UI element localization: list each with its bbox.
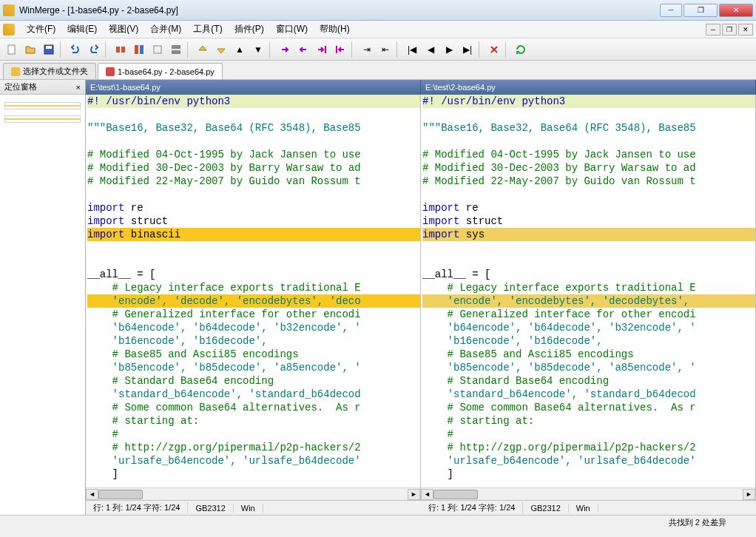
menu-item[interactable]: 帮助(H) [314,21,356,38]
code-line: # Standard Base64 encoding [422,374,755,388]
code-line: 'b64encode', 'b64decode', 'b32encode', ' [87,321,420,334]
svg-rect-11 [336,46,337,53]
tool-a[interactable] [112,41,129,58]
last-diff[interactable]: ▶| [459,41,476,58]
code-line: __all__ = [ [422,268,755,281]
location-bar-left[interactable] [4,102,81,109]
menu-item[interactable]: 窗口(W) [270,21,314,38]
svg-rect-3 [116,47,120,53]
toolbar: ▲ ▼ ⇥ ⇤ |◀ ◀ ▶ ▶| [0,38,756,61]
code-line: # Modified 30-Dec-2003 by Barry Warsaw t… [87,161,420,175]
refresh-button[interactable] [512,41,530,58]
code-line [422,108,755,121]
nav-up[interactable] [194,41,212,58]
code-line: # Base85 and Ascii85 encodings [87,348,420,361]
menu-item[interactable]: 文件(F) [21,21,61,38]
tool-c[interactable] [149,41,166,58]
code-line [87,188,420,201]
code-line: # Modified 30-Dec-2003 by Barry Warsaw t… [422,161,755,175]
code-line [87,241,420,254]
mdi-icon [3,24,15,36]
left-hscroll[interactable]: ◄► [86,487,420,500]
right-code-pane: #! /usr/bin/env python3 """Base16, Base3… [421,95,756,500]
svg-rect-10 [325,46,326,53]
code-line: # http://zgp.org/pipermail/p2p-hackers/2 [422,441,755,454]
code-line: 'b85encode', 'b85decode', 'a85encode', ' [87,361,420,374]
new-button[interactable] [3,41,21,58]
first-diff[interactable]: |◀ [403,41,421,58]
code-line: 'urlsafe_b64encode', 'urlsafe_b64decode' [422,454,755,467]
mdi-minimize[interactable]: ─ [706,24,720,36]
code-line: # Modified 22-May-2007 by Guido van Ross… [87,175,420,188]
svg-rect-2 [46,46,52,49]
code-line: # [87,428,420,441]
code-line: # Modified 04-Oct-1995 by Jack Jansen to… [422,148,755,161]
copy-left[interactable] [294,41,312,58]
left-code[interactable]: #! /usr/bin/env python3 """Base16, Base3… [86,95,420,487]
code-line: 'b16encode', 'b16decode', [87,334,420,348]
close-button[interactable]: ✕ [719,4,753,17]
copy-right-next[interactable] [313,41,331,58]
code-line [422,254,755,268]
mdi-restore[interactable]: ❐ [722,24,737,36]
code-line: # Modified 22-May-2007 by Guido van Ross… [422,175,755,188]
code-line: 'standard_b64encode', 'standard_b64decod [87,388,420,401]
svg-rect-9 [172,50,180,54]
menu-item[interactable]: 合并(M) [144,21,187,38]
undo-button[interactable] [67,41,84,58]
all-right[interactable]: ⇥ [358,41,376,58]
code-line: # Legacy interface exports traditional E [422,281,755,294]
code-line: # Some common Base64 alternatives. As r [87,401,420,414]
code-line [422,241,755,254]
document-tab[interactable]: 选择文件或文件夹 [3,63,96,79]
next-diff[interactable]: ▶ [440,41,458,58]
nav-last[interactable]: ▼ [249,41,267,58]
redo-button[interactable] [85,41,103,58]
right-hscroll[interactable]: ◄► [421,487,755,500]
location-pane-close[interactable]: × [76,83,81,92]
right-pane-header: E:\test\2-base64.py [421,80,756,95]
code-line: # Modified 04-Oct-1995 by Jack Jansen to… [87,148,420,161]
folder-icon [11,67,20,76]
maximize-button[interactable]: ❐ [684,4,718,17]
menu-item[interactable]: 编辑(E) [61,21,103,38]
code-line: # Standard Base64 encoding [87,374,420,388]
window-titlebar: WinMerge - [1-base64.py - 2-base64.py] ─… [0,0,756,21]
prev-diff[interactable]: ◀ [422,41,439,58]
open-button[interactable] [21,41,39,58]
cancel-button[interactable] [485,41,503,58]
left-pane-header: E:\test\1-base64.py [86,80,421,95]
copy-left-next[interactable] [331,41,349,58]
menu-item[interactable]: 插件(P) [229,21,270,38]
python-file-icon [106,67,115,76]
code-line: #! /usr/bin/env python3 [87,95,420,108]
menu-item[interactable]: 工具(T) [187,21,228,38]
tool-d[interactable] [167,41,185,58]
right-code[interactable]: #! /usr/bin/env python3 """Base16, Base3… [421,95,755,487]
minimize-button[interactable]: ─ [660,4,682,17]
code-line: # Generalized interface for other encodi [422,308,755,321]
svg-rect-4 [121,47,125,53]
code-line: # starting at: [422,414,755,428]
document-tab[interactable]: 1-base64.py - 2-base64.py [98,63,223,79]
left-os: Win [234,504,263,513]
code-line: ] [422,467,755,481]
nav-down[interactable] [212,41,230,58]
right-os: Win [569,504,598,513]
svg-rect-6 [140,45,144,54]
all-left[interactable]: ⇤ [377,41,394,58]
document-tabs: 选择文件或文件夹1-base64.py - 2-base64.py [0,61,756,80]
code-line [87,135,420,148]
diff-count: 共找到 2 处差异 [669,517,726,528]
svg-rect-8 [172,45,180,49]
copy-right[interactable] [276,41,294,58]
nav-first[interactable]: ▲ [231,41,249,58]
mdi-close[interactable]: ✕ [738,24,753,36]
menu-item[interactable]: 视图(V) [103,21,144,38]
left-pos: 行: 1 列: 1/24 字符: 1/24 [86,502,188,513]
save-button[interactable] [40,41,58,58]
location-bar-right[interactable] [4,115,81,123]
code-line [422,188,755,201]
tool-b[interactable] [130,41,148,58]
code-line: # Generalized interface for other encodi [87,308,420,321]
